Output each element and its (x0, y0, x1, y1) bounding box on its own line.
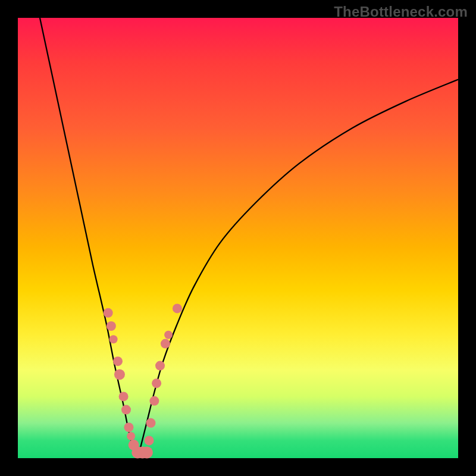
scatter-dot (124, 422, 133, 432)
scatter-dot (149, 396, 159, 406)
plot-area (18, 18, 458, 458)
scatter-dot (121, 405, 131, 415)
scatter-dot (114, 369, 125, 380)
scatter-dot (119, 392, 129, 401)
right-curve (137, 80, 458, 458)
chart-svg (18, 18, 458, 458)
scatter-dot (152, 378, 161, 388)
scatter-dots (104, 303, 182, 458)
scatter-dot (155, 361, 165, 371)
scatter-dot (173, 303, 182, 313)
watermark-text: TheBottleneck.com (334, 4, 468, 20)
scatter-dot (161, 339, 170, 349)
scatter-dot (141, 446, 153, 458)
scatter-dot (127, 432, 135, 440)
chart-frame: TheBottleneck.com (0, 0, 476, 476)
scatter-dot (164, 331, 173, 339)
scatter-dot (104, 308, 113, 318)
scatter-dot (145, 436, 154, 445)
scatter-dot (107, 321, 116, 331)
scatter-dot (113, 356, 123, 366)
scatter-dot (109, 335, 118, 343)
scatter-dot (146, 418, 155, 428)
